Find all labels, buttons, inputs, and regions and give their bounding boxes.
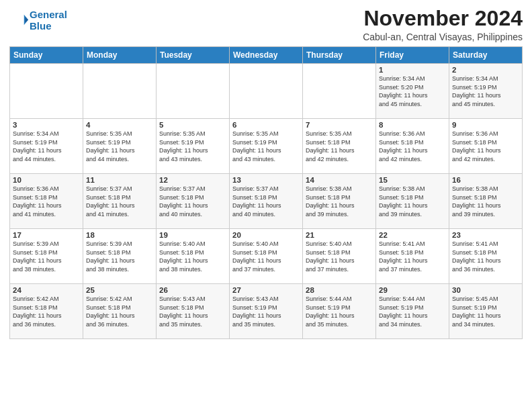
calendar-cell — [10, 64, 83, 119]
weekday-header-friday: Friday — [376, 47, 449, 64]
day-number: 13 — [232, 176, 300, 184]
calendar-cell: 17Sunrise: 5:39 AM Sunset: 5:18 PM Dayli… — [10, 229, 83, 284]
calendar-row-1: 3Sunrise: 5:34 AM Sunset: 5:19 PM Daylig… — [10, 119, 523, 174]
day-info: Sunrise: 5:34 AM Sunset: 5:20 PM Dayligh… — [379, 75, 446, 108]
day-info: Sunrise: 5:40 AM Sunset: 5:18 PM Dayligh… — [306, 240, 373, 273]
calendar-cell: 18Sunrise: 5:39 AM Sunset: 5:18 PM Dayli… — [83, 229, 157, 284]
calendar-cell: 26Sunrise: 5:43 AM Sunset: 5:18 PM Dayli… — [157, 284, 230, 339]
calendar-cell: 25Sunrise: 5:42 AM Sunset: 5:18 PM Dayli… — [83, 284, 157, 339]
logo: General Blue — [9, 9, 67, 32]
day-number: 24 — [13, 286, 80, 294]
day-info: Sunrise: 5:37 AM Sunset: 5:18 PM Dayligh… — [159, 185, 226, 218]
calendar-cell: 5Sunrise: 5:35 AM Sunset: 5:19 PM Daylig… — [157, 119, 230, 174]
day-info: Sunrise: 5:42 AM Sunset: 5:18 PM Dayligh… — [86, 295, 153, 328]
day-info: Sunrise: 5:43 AM Sunset: 5:19 PM Dayligh… — [232, 295, 300, 328]
calendar-table: SundayMondayTuesdayWednesdayThursdayFrid… — [9, 46, 523, 339]
calendar-cell: 14Sunrise: 5:38 AM Sunset: 5:18 PM Dayli… — [303, 174, 376, 229]
day-info: Sunrise: 5:36 AM Sunset: 5:18 PM Dayligh… — [13, 185, 80, 218]
day-info: Sunrise: 5:40 AM Sunset: 5:18 PM Dayligh… — [159, 240, 226, 273]
calendar-cell: 27Sunrise: 5:43 AM Sunset: 5:19 PM Dayli… — [230, 284, 303, 339]
day-info: Sunrise: 5:44 AM Sunset: 5:19 PM Dayligh… — [306, 295, 373, 328]
day-info: Sunrise: 5:39 AM Sunset: 5:18 PM Dayligh… — [86, 240, 153, 273]
calendar-cell: 20Sunrise: 5:40 AM Sunset: 5:18 PM Dayli… — [230, 229, 303, 284]
calendar-cell: 7Sunrise: 5:35 AM Sunset: 5:18 PM Daylig… — [303, 119, 376, 174]
day-number: 23 — [452, 231, 519, 239]
day-info: Sunrise: 5:41 AM Sunset: 5:18 PM Dayligh… — [452, 240, 519, 273]
day-number: 22 — [379, 231, 446, 239]
day-info: Sunrise: 5:35 AM Sunset: 5:19 PM Dayligh… — [232, 130, 300, 163]
location-subtitle: Cabul-an, Central Visayas, Philippines — [363, 32, 523, 42]
calendar-cell — [157, 64, 230, 119]
header: General Blue November 2024 Cabul-an, Cen… — [9, 7, 523, 42]
calendar-cell: 2Sunrise: 5:34 AM Sunset: 5:19 PM Daylig… — [449, 64, 523, 119]
weekday-header-tuesday: Tuesday — [157, 47, 230, 64]
day-info: Sunrise: 5:37 AM Sunset: 5:18 PM Dayligh… — [86, 185, 153, 218]
day-info: Sunrise: 5:42 AM Sunset: 5:18 PM Dayligh… — [13, 295, 80, 328]
day-info: Sunrise: 5:36 AM Sunset: 5:18 PM Dayligh… — [452, 130, 519, 163]
day-number: 12 — [159, 176, 226, 184]
day-info: Sunrise: 5:44 AM Sunset: 5:19 PM Dayligh… — [379, 295, 446, 328]
weekday-header-thursday: Thursday — [303, 47, 376, 64]
calendar-cell: 11Sunrise: 5:37 AM Sunset: 5:18 PM Dayli… — [83, 174, 157, 229]
calendar-cell: 12Sunrise: 5:37 AM Sunset: 5:18 PM Dayli… — [157, 174, 230, 229]
weekday-header-saturday: Saturday — [449, 47, 523, 64]
calendar-row-3: 17Sunrise: 5:39 AM Sunset: 5:18 PM Dayli… — [10, 229, 523, 284]
calendar-cell: 16Sunrise: 5:38 AM Sunset: 5:18 PM Dayli… — [449, 174, 523, 229]
weekday-header-monday: Monday — [83, 47, 157, 64]
day-number: 20 — [232, 231, 300, 239]
day-number: 14 — [306, 176, 373, 184]
calendar-cell: 22Sunrise: 5:41 AM Sunset: 5:18 PM Dayli… — [376, 229, 449, 284]
calendar-cell: 19Sunrise: 5:40 AM Sunset: 5:18 PM Dayli… — [157, 229, 230, 284]
calendar-row-2: 10Sunrise: 5:36 AM Sunset: 5:18 PM Dayli… — [10, 174, 523, 229]
calendar-cell: 10Sunrise: 5:36 AM Sunset: 5:18 PM Dayli… — [10, 174, 83, 229]
day-number: 15 — [379, 176, 446, 184]
weekday-header-sunday: Sunday — [10, 47, 83, 64]
calendar-cell: 30Sunrise: 5:45 AM Sunset: 5:19 PM Dayli… — [449, 284, 523, 339]
month-title: November 2024 — [363, 7, 523, 30]
day-number: 1 — [379, 66, 446, 74]
calendar-cell: 6Sunrise: 5:35 AM Sunset: 5:19 PM Daylig… — [230, 119, 303, 174]
day-number: 19 — [159, 231, 226, 239]
day-info: Sunrise: 5:39 AM Sunset: 5:18 PM Dayligh… — [13, 240, 80, 273]
day-info: Sunrise: 5:34 AM Sunset: 5:19 PM Dayligh… — [13, 130, 80, 163]
day-number: 30 — [452, 286, 519, 294]
day-number: 10 — [13, 176, 80, 184]
day-number: 8 — [379, 121, 446, 129]
calendar-cell: 8Sunrise: 5:36 AM Sunset: 5:18 PM Daylig… — [376, 119, 449, 174]
day-info: Sunrise: 5:43 AM Sunset: 5:18 PM Dayligh… — [159, 295, 226, 328]
day-info: Sunrise: 5:37 AM Sunset: 5:18 PM Dayligh… — [232, 185, 300, 218]
calendar-cell: 13Sunrise: 5:37 AM Sunset: 5:18 PM Dayli… — [230, 174, 303, 229]
day-number: 2 — [452, 66, 519, 74]
weekday-header-wednesday: Wednesday — [230, 47, 303, 64]
day-number: 26 — [159, 286, 226, 294]
day-info: Sunrise: 5:38 AM Sunset: 5:18 PM Dayligh… — [452, 185, 519, 218]
calendar-cell: 3Sunrise: 5:34 AM Sunset: 5:19 PM Daylig… — [10, 119, 83, 174]
calendar-cell — [83, 64, 157, 119]
calendar-cell: 24Sunrise: 5:42 AM Sunset: 5:18 PM Dayli… — [10, 284, 83, 339]
calendar-header-row: SundayMondayTuesdayWednesdayThursdayFrid… — [10, 47, 523, 64]
day-info: Sunrise: 5:45 AM Sunset: 5:19 PM Dayligh… — [452, 295, 519, 328]
day-number: 4 — [86, 121, 153, 129]
day-number: 7 — [306, 121, 373, 129]
day-info: Sunrise: 5:34 AM Sunset: 5:19 PM Dayligh… — [452, 75, 519, 108]
page: General Blue November 2024 Cabul-an, Cen… — [0, 0, 532, 346]
calendar-cell: 23Sunrise: 5:41 AM Sunset: 5:18 PM Dayli… — [449, 229, 523, 284]
day-number: 16 — [452, 176, 519, 184]
calendar-cell — [230, 64, 303, 119]
day-number: 17 — [13, 231, 80, 239]
calendar-row-4: 24Sunrise: 5:42 AM Sunset: 5:18 PM Dayli… — [10, 284, 523, 339]
svg-marker-1 — [25, 16, 28, 22]
day-number: 5 — [159, 121, 226, 129]
day-number: 28 — [306, 286, 373, 294]
day-info: Sunrise: 5:40 AM Sunset: 5:18 PM Dayligh… — [232, 240, 300, 273]
logo-icon — [9, 11, 28, 30]
calendar-cell: 21Sunrise: 5:40 AM Sunset: 5:18 PM Dayli… — [303, 229, 376, 284]
calendar-cell: 9Sunrise: 5:36 AM Sunset: 5:18 PM Daylig… — [449, 119, 523, 174]
calendar-cell: 28Sunrise: 5:44 AM Sunset: 5:19 PM Dayli… — [303, 284, 376, 339]
day-info: Sunrise: 5:41 AM Sunset: 5:18 PM Dayligh… — [379, 240, 446, 273]
day-number: 9 — [452, 121, 519, 129]
day-number: 18 — [86, 231, 153, 239]
title-block: November 2024 Cabul-an, Central Visayas,… — [363, 7, 523, 42]
day-info: Sunrise: 5:38 AM Sunset: 5:18 PM Dayligh… — [379, 185, 446, 218]
calendar-cell — [303, 64, 376, 119]
